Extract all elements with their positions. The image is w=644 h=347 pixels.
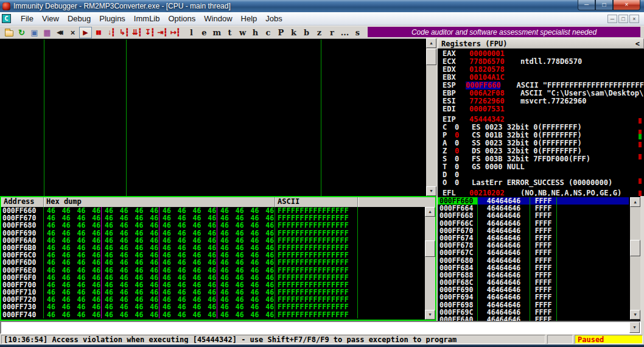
flag-value: 0 — [455, 179, 472, 187]
command-dropdown-icon[interactable]: ▼ — [629, 322, 640, 333]
menu-plugins[interactable]: Plugins — [95, 13, 130, 24]
patches-button[interactable]: P — [275, 28, 287, 37]
menu-view[interactable]: View — [38, 13, 63, 24]
stack-address: 000FF67C — [438, 249, 478, 256]
collapse-registers-button[interactable]: < — [635, 40, 640, 48]
breakpoints-button[interactable]: b — [300, 28, 313, 37]
dump-bytes: 46 46 46 46 — [217, 303, 275, 310]
hex-dump-scrollbar[interactable]: ▲ ▼ — [425, 207, 435, 320]
stack-row[interactable]: 000FF67C 46464646 FFFF — [438, 249, 629, 256]
register-comment: msvcrt.77262960 — [520, 97, 586, 105]
stack-row[interactable]: 000FF66C 46464646 FFFF — [438, 220, 629, 227]
threads-button[interactable]: t — [223, 28, 236, 37]
memory-button[interactable]: m — [211, 28, 223, 37]
stack-scrollbar[interactable]: ▲ ▼ — [630, 197, 640, 320]
cpu-window-icon[interactable]: C — [2, 14, 11, 23]
windows-button[interactable]: ▣ — [28, 27, 41, 38]
execute-till-return-button[interactable]: ⇥┇ — [156, 27, 169, 38]
disassembly-scrollbar[interactable]: ▲ ▼ — [426, 38, 436, 196]
flag-row[interactable]: O 0 LastErr ERROR_SUCCESS (00000000) — [443, 179, 644, 187]
breakpoint-window-button[interactable]: ▦ — [41, 27, 54, 38]
restart-button[interactable]: ↻ — [15, 27, 28, 38]
mdi-window-controls: ─ □ × — [607, 15, 639, 23]
call-stack-button[interactable]: k — [287, 28, 300, 37]
menu-jobs[interactable]: Jobs — [261, 13, 286, 24]
register-row[interactable]: EDI 00007531 — [443, 105, 644, 113]
open-file-button[interactable] — [2, 27, 15, 38]
scroll-down-icon[interactable]: ▼ — [426, 186, 436, 196]
menu-help[interactable]: Help — [237, 13, 262, 24]
scroll-thumb[interactable] — [425, 240, 435, 257]
maximize-button[interactable]: □ — [595, 0, 613, 10]
dump-row[interactable]: 000FF6E0 46 46 46 46 46 46 46 46 46 46 4… — [1, 267, 425, 274]
trace-into-button[interactable]: ⇊┇ — [130, 27, 143, 38]
scroll-up-icon[interactable]: ▲ — [425, 207, 435, 217]
source-button[interactable]: s — [351, 28, 364, 37]
references-button[interactable]: r — [326, 28, 338, 37]
mdi-restore-button[interactable]: □ — [618, 15, 628, 23]
disasm-column-separator — [321, 40, 321, 196]
run-trace-button[interactable]: ... — [338, 28, 351, 37]
minimize-button[interactable]: ─ — [578, 0, 595, 10]
stack-row[interactable]: 000FF668 46464646 FFFF — [438, 212, 629, 219]
title-bar[interactable]: Immunity Debugger - RM2MP3Converter.exe … — [0, 0, 644, 12]
menu-debug[interactable]: Debug — [63, 13, 95, 24]
segment-info: GS 0000 NULL — [472, 163, 525, 171]
stack-value: 46464646 — [478, 220, 530, 227]
clipped-content-mark — [639, 118, 642, 124]
stack-row[interactable]: 000FF680 46464646 FFFF — [438, 257, 629, 264]
mdi-close-button[interactable]: × — [629, 15, 639, 23]
dump-row[interactable]: 000FF690 46 46 46 46 46 46 46 46 46 46 4… — [1, 230, 425, 237]
run-button[interactable]: ▶ — [79, 27, 92, 38]
close-button[interactable]: × — [613, 0, 640, 10]
hex-dump-pane[interactable]: Address Hex dump ASCII 000FF660 46 46 46… — [0, 196, 436, 321]
cpu-window-button[interactable]: c — [262, 28, 275, 37]
dump-row[interactable]: 000FF740 46 46 46 46 46 46 46 46 46 46 4… — [1, 311, 425, 318]
command-input[interactable] — [1, 322, 629, 333]
scroll-up-icon[interactable]: ▲ — [630, 197, 640, 207]
stack-row[interactable]: 000FF6A0 46464646 FFFF — [438, 316, 629, 321]
dump-row[interactable]: 000FF680 46 46 46 46 46 46 46 46 46 46 4… — [1, 222, 425, 229]
dump-bytes: 46 46 46 46 — [217, 311, 275, 318]
executables-button[interactable]: e — [198, 28, 211, 37]
register-row[interactable]: EFL 00210202 (NO,NB,NE,A,NS,PO,GE,G) — [443, 189, 644, 196]
pause-button[interactable]: ▮▮ — [92, 27, 105, 38]
immunity-debugger-window: { "titlebar": { "title": "Immunity Debug… — [0, 0, 644, 347]
dump-row[interactable]: 000FF730 46 46 46 46 46 46 46 46 46 46 4… — [1, 303, 425, 310]
stack-row[interactable]: 000FF698 46464646 FFFF — [438, 301, 629, 309]
scroll-down-icon[interactable]: ▼ — [630, 310, 640, 320]
disassembly-pane[interactable] — [0, 38, 426, 196]
rewind-button[interactable]: ◀◀ — [54, 27, 66, 38]
menu-options[interactable]: Options — [164, 13, 200, 24]
stack-address: 000FF6A0 — [438, 316, 478, 321]
dump-address: 000FF730 — [1, 303, 44, 310]
log-window-button[interactable]: l — [185, 28, 198, 37]
handles-button[interactable]: h — [249, 28, 262, 37]
scroll-thumb[interactable] — [630, 240, 640, 256]
step-into-button[interactable]: ↓┇ — [105, 27, 117, 38]
scroll-down-icon[interactable]: ▼ — [425, 310, 435, 320]
windows-window-button[interactable]: w — [236, 28, 249, 37]
dump-bytes: 46 46 46 46 — [44, 267, 102, 274]
scroll-thumb[interactable] — [426, 49, 436, 65]
registers-title: Registers (FPU) — [441, 40, 635, 48]
menu-immlib[interactable]: ImmLib — [130, 13, 164, 24]
menu-window[interactable]: Window — [200, 13, 236, 24]
menu-file[interactable]: File — [16, 13, 38, 24]
run-to-user-code-button[interactable]: ↦┇ — [169, 27, 181, 38]
dump-bytes: 46 46 46 46 — [102, 230, 159, 237]
registers-pane[interactable]: Registers (FPU) < EAX 00000001 ECX 778D6… — [438, 38, 644, 196]
stack-pane[interactable]: 000FF660 46464646 FFFF 000FF664 46464646… — [438, 196, 644, 321]
hardware-breakpoints-button[interactable]: z — [313, 28, 326, 37]
trace-over-button[interactable]: ↧┇ — [143, 27, 156, 38]
mdi-minimize-button[interactable]: ─ — [607, 15, 617, 23]
dump-bytes: 46 46 46 46 — [102, 311, 159, 318]
dump-row[interactable]: 000FF6D0 46 46 46 46 46 46 46 46 46 46 4… — [1, 259, 425, 266]
step-over-button[interactable]: ↳┇ — [117, 27, 130, 38]
close-process-button[interactable]: × — [66, 27, 79, 38]
scroll-up-icon[interactable]: ▲ — [426, 38, 436, 48]
flag-row[interactable]: T 0 GS 0000 NULL — [443, 163, 644, 171]
stack-row[interactable]: 000FF694 46464646 FFFF — [438, 293, 629, 301]
dump-bytes: 46 46 46 46 — [44, 259, 102, 266]
clipped-content-mark — [639, 191, 642, 196]
